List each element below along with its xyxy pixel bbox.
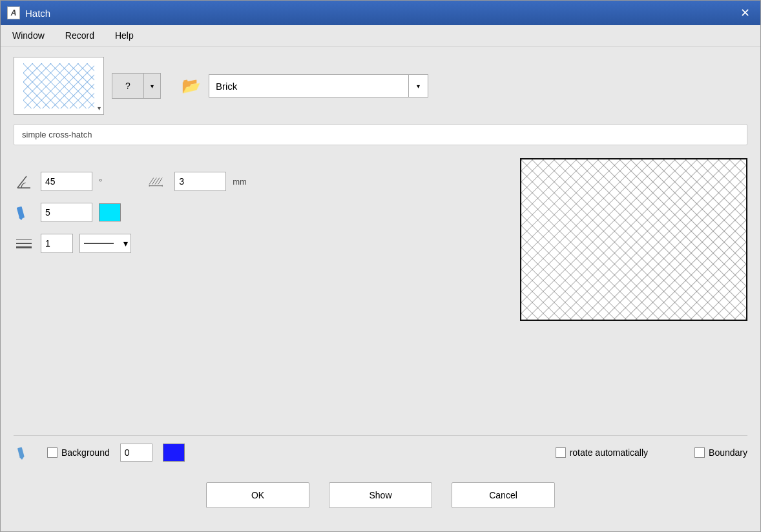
angle-row: ° mm <box>14 171 502 192</box>
main-section: ° mm <box>14 152 747 426</box>
svg-rect-20 <box>521 159 747 321</box>
hatch-preview <box>520 158 747 321</box>
pattern-preview-button[interactable]: ▾ <box>14 57 104 115</box>
line-style-arrow: ▾ <box>123 238 128 249</box>
pattern-name-dropdown[interactable]: Brick ▾ <box>209 74 428 97</box>
window-title: Hatch <box>25 8 50 19</box>
app-icon: A <box>7 6 20 19</box>
linewidth-icon <box>14 233 34 254</box>
question-dropdown-button: ? ▾ <box>112 73 161 99</box>
angle-input[interactable] <box>41 172 92 191</box>
pen-row <box>14 202 502 223</box>
angle-unit: ° <box>99 177 102 187</box>
rotate-label: rotate automatically <box>570 447 648 458</box>
content-area: ▾ ? ▾ 📂 Brick ▾ simple cross-hatch <box>1 46 760 531</box>
hatch-preview-svg <box>521 159 747 321</box>
svg-rect-21 <box>17 447 25 458</box>
pattern-name-arrow[interactable]: ▾ <box>408 75 428 97</box>
rotate-checkbox-label[interactable]: rotate automatically <box>556 447 648 458</box>
pattern-name-text: Brick <box>209 81 408 92</box>
line-style-num-input[interactable] <box>41 234 73 253</box>
bottom-bar: Background rotate automatically Boundary <box>14 435 747 466</box>
svg-rect-2 <box>23 63 94 108</box>
angle-icon <box>14 171 34 192</box>
menu-bar: Window Record Help <box>1 25 760 46</box>
controls-panel: ° mm <box>14 152 502 426</box>
show-button[interactable]: Show <box>329 482 432 508</box>
question-button[interactable]: ? <box>112 73 144 99</box>
question-arrow-button[interactable]: ▾ <box>144 73 161 99</box>
close-button[interactable]: ✕ <box>736 4 754 22</box>
title-bar-left: A Hatch <box>7 6 50 19</box>
line-style-row: ▾ <box>14 233 502 254</box>
description-text: simple cross-hatch <box>22 130 92 139</box>
preview-panel <box>515 152 747 426</box>
line-style-dropdown[interactable]: ▾ <box>79 234 131 253</box>
boundary-label: Boundary <box>709 447 747 458</box>
bg-color-swatch[interactable] <box>163 444 185 462</box>
background-checkbox-label[interactable]: Background <box>47 447 110 458</box>
rotate-checkbox[interactable] <box>556 447 566 458</box>
folder-icon[interactable]: 📂 <box>182 77 201 95</box>
boundary-checkbox-label[interactable]: Boundary <box>694 447 747 458</box>
pen-color-swatch[interactable] <box>99 203 121 221</box>
spacing-unit: mm <box>233 177 247 187</box>
menu-record[interactable]: Record <box>60 28 99 43</box>
spacing-input[interactable] <box>174 172 226 191</box>
background-checkbox[interactable] <box>47 447 57 458</box>
bottom-buttons: OK Show Cancel <box>14 472 747 521</box>
pattern-preview-arrow: ▾ <box>98 105 101 112</box>
boundary-checkbox[interactable] <box>694 447 705 458</box>
main-window: A Hatch ✕ Window Record Help <box>0 0 761 532</box>
background-label: Background <box>61 447 110 458</box>
description-bar: simple cross-hatch <box>14 124 747 145</box>
menu-help[interactable]: Help <box>110 28 139 43</box>
pen-size-input[interactable] <box>41 203 92 222</box>
top-toolbar: ▾ ? ▾ 📂 Brick ▾ <box>14 57 747 115</box>
pencil-icon <box>14 202 34 223</box>
spacing-icon <box>147 171 168 192</box>
title-bar: A Hatch ✕ <box>1 1 760 25</box>
svg-rect-12 <box>17 207 25 219</box>
ok-button[interactable]: OK <box>206 482 309 508</box>
bg-value-input[interactable] <box>120 444 152 462</box>
menu-window[interactable]: Window <box>7 28 50 43</box>
pattern-preview-svg <box>23 63 94 108</box>
bottom-pencil-icon <box>14 442 34 463</box>
cancel-button[interactable]: Cancel <box>452 482 555 508</box>
